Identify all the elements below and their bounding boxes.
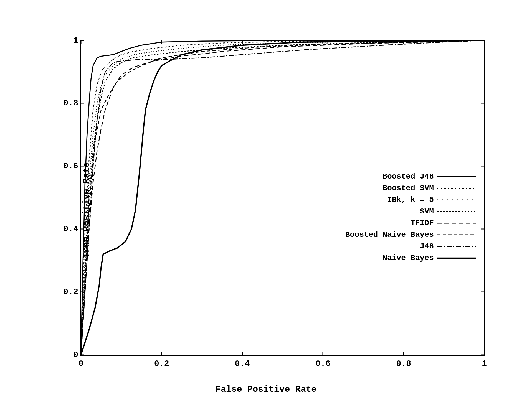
legend-item-ibk: IBk, k = 5 <box>345 194 476 206</box>
y-tick-4: 0.8 <box>63 98 78 108</box>
y-tick-3: 0.6 <box>63 161 78 171</box>
x-tick-5: 1 <box>482 359 487 368</box>
legend-item-boosted-svm: Boosted SVM <box>345 182 476 194</box>
y-tick-1: 0.2 <box>63 287 78 297</box>
y-tick-2: 0.4 <box>63 224 78 234</box>
legend-item-boosted-j48: Boosted J48 <box>345 171 476 182</box>
x-tick-0: 0 <box>78 359 83 368</box>
legend-item-tfidf: TFIDF <box>345 217 476 229</box>
legend-item-nb: Naive Bayes <box>345 252 476 264</box>
legend-item-j48: J48 <box>345 241 476 252</box>
legend-item-boosted-nb: Boosted Naive Bayes <box>345 229 476 241</box>
y-tick-0: 0 <box>73 350 78 360</box>
plot-area: 0 0.2 0.4 0.6 0.8 1 0 0.2 0.4 0.6 0.8 1 … <box>80 40 485 356</box>
x-tick-2: 0.4 <box>235 359 250 368</box>
x-axis-label: False Positive Rate <box>216 384 317 394</box>
x-tick-3: 0.6 <box>315 359 330 368</box>
legend-item-svm: SVM <box>345 206 476 217</box>
x-tick-4: 0.8 <box>396 359 411 368</box>
roc-chart: True Positive Rate False Positive Rate 0… <box>30 23 502 397</box>
x-tick-1: 0.2 <box>154 359 169 368</box>
legend: Boosted J48 Boosted SVM IBk, k = 5 SVM T… <box>345 171 476 264</box>
y-tick-5: 1 <box>73 36 78 45</box>
